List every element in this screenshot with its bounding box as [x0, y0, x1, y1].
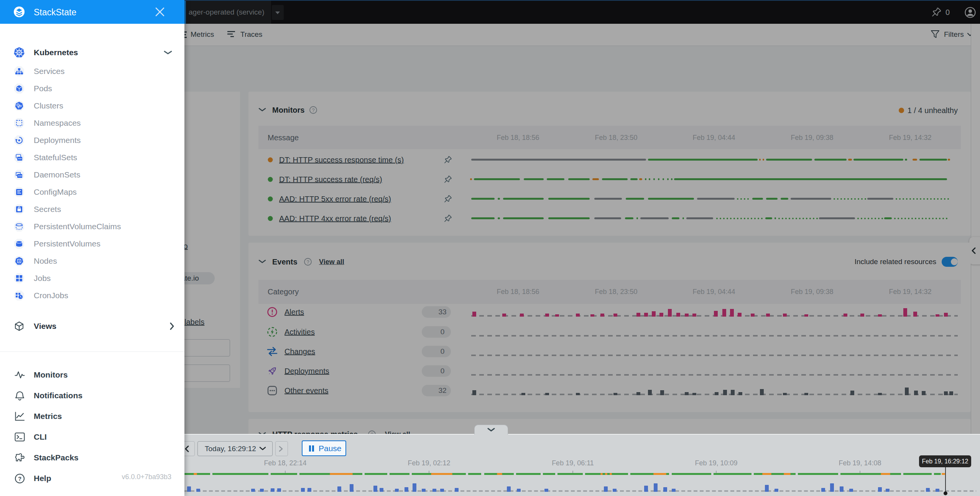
svg-text:?: ?: [18, 475, 21, 482]
